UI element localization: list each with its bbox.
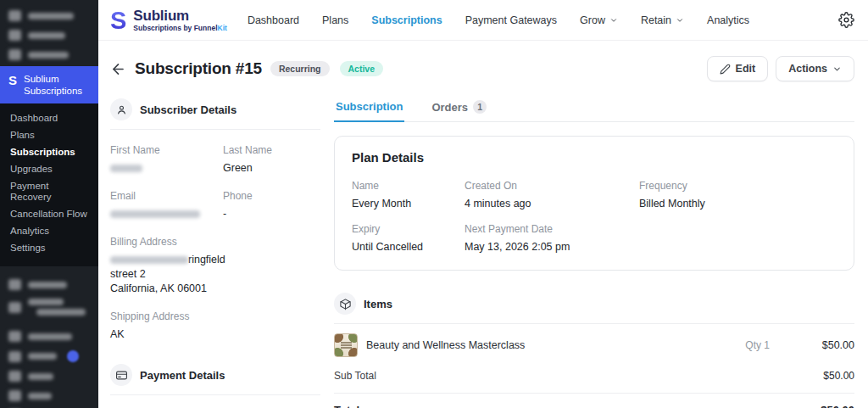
- redacted-text: [28, 299, 86, 316]
- nav-retain[interactable]: Retain: [641, 14, 684, 26]
- main-content: S Sublium Subscriptions by FunnelKit Das…: [98, 0, 868, 408]
- tab-subscription[interactable]: Subscription: [334, 98, 404, 122]
- redacted-text: [28, 333, 72, 340]
- items-header: Items: [334, 293, 854, 315]
- section-title: Subscriber Details: [140, 103, 236, 116]
- redacted-menu-icon: [8, 10, 21, 21]
- wp-menu-item-redacted[interactable]: [0, 6, 98, 25]
- field-plan-name: Name Every Month: [352, 168, 465, 211]
- nav-subscriptions[interactable]: Subscriptions: [371, 14, 442, 26]
- sublium-brand[interactable]: S Sublium Subscriptions by FunnelKit: [110, 8, 227, 32]
- redacted-menu-icon: [8, 331, 21, 342]
- brand-tagline: Subscriptions by FunnelKit: [133, 24, 227, 32]
- wp-menu-item-redacted[interactable]: [0, 327, 98, 346]
- wp-submenu-payment-recovery[interactable]: Payment Recovery: [0, 177, 98, 205]
- nav-payment-gateways[interactable]: Payment Gateways: [465, 14, 557, 26]
- header-actions: Edit Actions: [707, 56, 854, 81]
- wp-menu-item-redacted[interactable]: [0, 346, 98, 366]
- subscription-detail-panel: Subscription Orders 1 Plan Details Name …: [334, 98, 854, 408]
- page-title: Subscription #15: [135, 59, 262, 78]
- redacted-text: [28, 393, 52, 400]
- wp-menu-item-label: Sublium Subscriptions: [24, 73, 82, 97]
- redacted-menu-icon: [8, 302, 21, 313]
- redacted-menu-icon: [8, 390, 21, 401]
- wp-menu-item-redacted[interactable]: [0, 25, 98, 45]
- redacted-text: [28, 13, 74, 20]
- wp-menu-item-redacted[interactable]: [0, 366, 98, 386]
- payment-details-header: Payment Details: [110, 364, 320, 386]
- redacted-text: [110, 210, 200, 218]
- pencil-icon: [720, 64, 731, 75]
- arrow-left-icon: [110, 61, 126, 77]
- wp-menu-item-sublium-subscriptions[interactable]: S Sublium Subscriptions: [0, 66, 98, 103]
- field-next-payment-date: Next Payment Date May 13, 2026 2:05 pm: [465, 211, 639, 254]
- wp-submenu-upgrades[interactable]: Upgrades: [0, 160, 98, 177]
- nav-analytics[interactable]: Analytics: [707, 14, 749, 26]
- back-button[interactable]: [110, 61, 126, 77]
- items-section: Items Beauty and Wellness Masterclass Qt…: [334, 293, 854, 408]
- redacted-text: [28, 353, 57, 360]
- plan-fields: Name Every Month Created On 4 minutes ag…: [352, 168, 837, 254]
- redacted-menu-icon: [8, 30, 21, 41]
- field-last-name: Last Name Green: [223, 130, 320, 176]
- status-badge: Active: [340, 61, 384, 76]
- redacted-menu-icon: [8, 351, 21, 362]
- user-icon: [110, 98, 132, 120]
- subscriber-fields: First Name Last Name Green Email Phone -: [110, 130, 320, 221]
- edit-button[interactable]: Edit: [707, 56, 769, 81]
- subtotal-row: Sub Total $50.00: [334, 366, 854, 393]
- nav-grow[interactable]: Grow: [580, 14, 618, 26]
- wp-menu-item-redacted[interactable]: [0, 275, 98, 294]
- wp-submenu-dashboard[interactable]: Dashboard: [0, 109, 98, 126]
- field-shipping-address: Shipping Address AK: [110, 310, 320, 342]
- redacted-text: [28, 32, 65, 39]
- item-row: Beauty and Wellness Masterclass Qty 1 $5…: [334, 324, 854, 366]
- subscriber-details-header: Subscriber Details: [110, 98, 320, 120]
- section-title: Items: [364, 298, 392, 310]
- redacted-menu-icon: [8, 279, 21, 290]
- redacted-text: [28, 52, 69, 59]
- orders-count-badge: 1: [473, 100, 487, 114]
- product-thumbnail: [334, 333, 358, 357]
- wp-submenu-cancellation-flow[interactable]: Cancellation Flow: [0, 205, 98, 222]
- wp-menu-item-redacted[interactable]: [0, 45, 98, 64]
- payment-fields: Payment Method Credit Card (Stripe) Card…: [110, 395, 320, 408]
- detail-tabs: Subscription Orders 1: [334, 98, 854, 122]
- sublium-logo-icon: S: [8, 74, 17, 87]
- chevron-down-icon: [676, 16, 684, 25]
- field-email: Email: [110, 176, 223, 221]
- wp-submenu-settings[interactable]: Settings: [0, 239, 98, 256]
- field-expiry: Expiry Until Cancelled: [352, 211, 465, 254]
- settings-button[interactable]: [838, 12, 854, 28]
- payment-details-panel: Payment Details Payment Method Credit Ca…: [110, 364, 320, 408]
- plan-details-card: Plan Details Name Every Month Created On…: [334, 136, 854, 271]
- gear-icon: [838, 12, 854, 28]
- tab-orders[interactable]: Orders 1: [430, 98, 488, 121]
- subscriber-details-panel: Subscriber Details First Name Last Name …: [110, 98, 320, 408]
- wp-submenu-analytics[interactable]: Analytics: [0, 222, 98, 239]
- sublium-logo-icon: S: [110, 8, 126, 32]
- product-qty: Qty 1: [668, 339, 770, 351]
- package-icon: [334, 293, 356, 315]
- wp-menu-item-redacted[interactable]: [0, 294, 98, 320]
- plan-details-title: Plan Details: [352, 150, 837, 165]
- subscription-page: Subscription #15 Recurring Active Edit A…: [98, 41, 868, 408]
- product-amount: $50.00: [778, 339, 854, 351]
- nav-dashboard[interactable]: Dashboard: [248, 14, 299, 26]
- redacted-menu-icon: [8, 371, 21, 382]
- nav-plans[interactable]: Plans: [322, 14, 348, 26]
- brand-name: Sublium: [133, 8, 227, 23]
- redacted-text: [28, 282, 67, 288]
- redacted-menu-icon: [8, 49, 21, 60]
- field-billing-address: Billing Address ringfield street 2 Calif…: [110, 236, 320, 296]
- product-name: Beauty and Wellness Masterclass: [366, 339, 659, 351]
- update-count-badge: [67, 350, 79, 362]
- actions-button[interactable]: Actions: [776, 56, 854, 81]
- field-frequency: Frequency Billed Monthly: [639, 168, 837, 211]
- wp-menu-item-redacted[interactable]: [0, 386, 98, 405]
- wp-submenu-subscriptions[interactable]: Subscriptions: [0, 143, 98, 160]
- chevron-down-icon: [609, 16, 618, 25]
- wp-sidebar-bottom: [0, 266, 98, 408]
- wp-submenu-plans[interactable]: Plans: [0, 126, 98, 143]
- redacted-text: [110, 165, 142, 172]
